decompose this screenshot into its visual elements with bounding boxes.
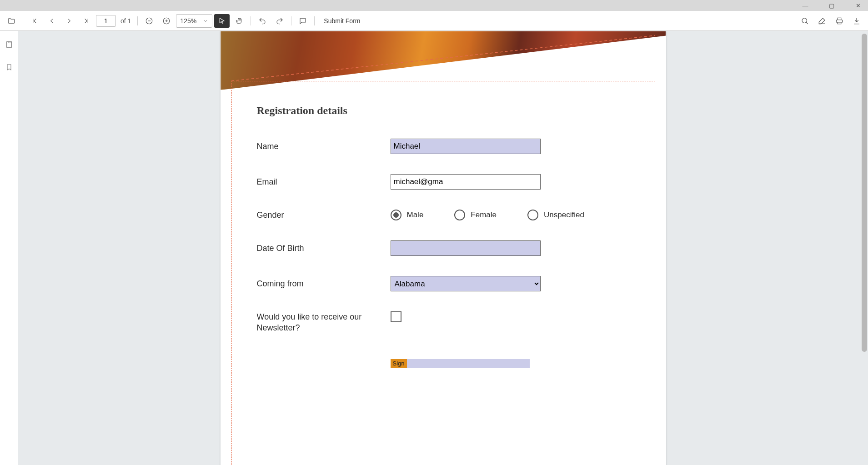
radio-unspecified-label: Unspecified xyxy=(544,210,584,220)
radio-female[interactable]: Female xyxy=(454,210,497,220)
next-page-button[interactable] xyxy=(61,14,77,28)
select-tool-button[interactable] xyxy=(214,14,230,28)
window-titlebar: — ▢ ✕ xyxy=(0,0,868,11)
row-dob: Date Of Birth xyxy=(257,240,639,256)
zoom-level-value: 125% xyxy=(180,17,196,25)
toolbar: of 1 125% Submit Form xyxy=(0,11,868,31)
dob-input[interactable] xyxy=(391,240,541,256)
svg-rect-3 xyxy=(6,41,11,48)
window-minimize-button[interactable]: — xyxy=(796,0,814,11)
open-file-button[interactable] xyxy=(4,14,19,28)
window-maximize-button[interactable]: ▢ xyxy=(823,0,841,11)
window-close-button[interactable]: ✕ xyxy=(849,0,867,11)
prev-page-button[interactable] xyxy=(44,14,60,28)
thumbnails-panel-button[interactable] xyxy=(4,39,15,50)
separator xyxy=(137,16,138,25)
svg-point-2 xyxy=(802,18,807,23)
pan-tool-button[interactable] xyxy=(231,14,247,28)
page-total-label: of 1 xyxy=(120,17,131,25)
edit-button[interactable] xyxy=(814,14,830,28)
row-newsletter: Would you like to receive our Newsletter… xyxy=(257,311,639,334)
row-email: Email xyxy=(257,174,639,190)
email-input[interactable] xyxy=(391,174,541,190)
radio-unspecified[interactable]: Unspecified xyxy=(527,210,584,220)
label-coming-from: Coming from xyxy=(257,279,391,289)
radio-male[interactable]: Male xyxy=(391,210,424,220)
row-gender: Gender Male Female Unspecified xyxy=(257,210,639,220)
radio-male-label: Male xyxy=(407,210,424,220)
zoom-in-button[interactable] xyxy=(159,14,174,28)
main-area: Registration details Name Email Gender xyxy=(0,31,868,465)
separator xyxy=(314,16,315,25)
label-name: Name xyxy=(257,142,391,151)
row-sign: Sign xyxy=(391,359,639,368)
signature-field[interactable] xyxy=(407,359,530,368)
radio-icon xyxy=(391,210,401,220)
last-page-button[interactable] xyxy=(79,14,94,28)
pdf-page: Registration details Name Email Gender xyxy=(221,31,666,465)
print-button[interactable] xyxy=(832,14,847,28)
form-title: Registration details xyxy=(257,105,639,117)
newsletter-checkbox[interactable] xyxy=(391,311,401,322)
first-page-button[interactable] xyxy=(27,14,42,28)
search-button[interactable] xyxy=(797,14,813,28)
radio-female-label: Female xyxy=(471,210,497,220)
label-email: Email xyxy=(257,177,391,187)
separator xyxy=(23,16,23,25)
form-content: Registration details Name Email Gender xyxy=(257,90,639,368)
submit-form-button[interactable]: Submit Form xyxy=(324,17,360,25)
label-newsletter: Would you like to receive our Newsletter… xyxy=(257,311,391,334)
zoom-level-select[interactable]: 125% xyxy=(176,14,212,28)
bookmarks-panel-button[interactable] xyxy=(4,62,15,73)
redo-button[interactable] xyxy=(272,14,287,28)
sign-button[interactable]: Sign xyxy=(391,359,407,368)
comment-tool-button[interactable] xyxy=(295,14,311,28)
chevron-down-icon xyxy=(203,18,208,24)
scrollbar-thumb[interactable] xyxy=(862,34,867,352)
row-name: Name xyxy=(257,139,639,154)
coming-from-select[interactable]: Alabama xyxy=(391,276,541,291)
zoom-out-button[interactable] xyxy=(141,14,157,28)
row-coming-from: Coming from Alabama xyxy=(257,276,639,291)
name-input[interactable] xyxy=(391,139,541,154)
document-viewport[interactable]: Registration details Name Email Gender xyxy=(18,31,868,465)
vertical-scrollbar[interactable] xyxy=(861,31,867,465)
page-number-input[interactable] xyxy=(96,15,116,27)
undo-button[interactable] xyxy=(255,14,270,28)
separator xyxy=(291,16,291,25)
radio-icon xyxy=(454,210,465,220)
download-button[interactable] xyxy=(849,14,864,28)
radio-icon xyxy=(527,210,538,220)
label-gender: Gender xyxy=(257,210,391,220)
left-rail xyxy=(0,31,18,465)
label-dob: Date Of Birth xyxy=(257,244,391,253)
separator xyxy=(251,16,251,25)
